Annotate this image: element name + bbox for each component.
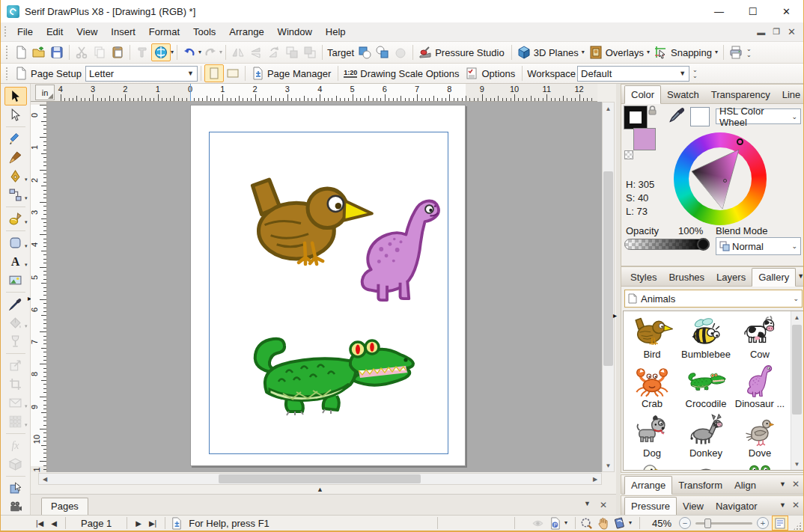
undo-button[interactable]	[180, 43, 198, 61]
pencil-tool[interactable]	[4, 129, 27, 148]
color-dropper-icon[interactable]	[669, 107, 684, 125]
menu-item-insert[interactable]: Insert	[104, 23, 142, 40]
zoom-tool-icon[interactable]	[580, 517, 593, 530]
gallery-category-select[interactable]: Animals⌄	[624, 290, 803, 308]
gallery-item-elephant[interactable]	[679, 461, 733, 471]
vertical-scrollbar[interactable]: ▲ ▼	[602, 102, 615, 472]
gallery-item-crab[interactable]: Crab	[625, 362, 679, 412]
options-button[interactable]: Options	[463, 64, 519, 82]
menu-item-tools[interactable]: Tools	[186, 23, 222, 40]
tab-view[interactable]: View	[677, 498, 710, 515]
previous-page-button[interactable]: ◀	[47, 519, 61, 528]
first-page-button[interactable]: |◀	[32, 519, 47, 528]
gallery-panel-menu-button[interactable]: ▼	[797, 272, 804, 280]
target-square-button[interactable]	[356, 43, 374, 61]
toolbar2-overflow-button[interactable]: ⌄⌄	[692, 67, 698, 79]
page-setup-button[interactable]: Page Setup	[12, 64, 85, 82]
zoom-out-button[interactable]: −	[679, 517, 691, 529]
resize-grip[interactable]	[793, 522, 802, 531]
h-ruler[interactable]: 43210123456789101112	[31, 84, 597, 102]
fill-brush-tool[interactable]: ▾	[4, 210, 27, 228]
opacity-slider[interactable]	[624, 239, 710, 250]
canvas-crocodile-drawing[interactable]	[240, 328, 419, 416]
hue-marker[interactable]	[737, 138, 743, 145]
gallery-scroll-down[interactable]: ▼	[791, 458, 803, 470]
pen-tool[interactable]: ▾	[4, 167, 27, 186]
rotate-view-dropdown[interactable]: ▾	[629, 520, 632, 526]
gallery-scroll-thumb[interactable]	[792, 325, 802, 415]
tab-transform[interactable]: Transform	[672, 477, 728, 494]
doc-close-button[interactable]: ✕	[788, 26, 796, 37]
toolbar-overflow-button[interactable]: ⌄⌄	[746, 46, 752, 58]
snapping-button[interactable]: Snapping▾	[652, 43, 720, 61]
paintbrush-tool[interactable]	[4, 148, 27, 167]
rotate-view-icon[interactable]	[613, 517, 626, 530]
no-fill-swatch[interactable]	[624, 150, 633, 159]
gallery-item-cow[interactable]: Cow	[733, 313, 787, 362]
scroll-right-arrow[interactable]: ▶	[589, 474, 601, 484]
rotate-canvas-dropdown[interactable]: ▾	[171, 49, 174, 55]
tab-arrange[interactable]: Arrange	[624, 476, 672, 495]
arrange-panel-close-button[interactable]: ✕	[792, 479, 800, 489]
tab-pages[interactable]: Pages	[41, 498, 88, 515]
vertical-scroll-thumb[interactable]	[603, 171, 613, 366]
text-tool[interactable]: A▾	[4, 252, 27, 271]
zoom-slider-knob[interactable]	[704, 519, 711, 528]
pages-menu-button[interactable]: ▼	[584, 500, 591, 510]
3d-planes-button[interactable]: 3D Planes▾	[515, 43, 587, 61]
tab-align[interactable]: Align	[728, 477, 762, 494]
fit-page-button[interactable]	[772, 516, 788, 531]
menu-item-format[interactable]: Format	[142, 23, 186, 40]
gallery-scrollbar[interactable]: ▲ ▼	[791, 311, 803, 470]
paste-button[interactable]	[109, 43, 127, 61]
menu-item-arrange[interactable]: Arrange	[222, 23, 270, 40]
close-button[interactable]: ✕	[770, 0, 803, 22]
menu-item-help[interactable]: Help	[319, 23, 353, 40]
tab-line[interactable]: Line	[776, 86, 804, 103]
horizontal-scroll-thumb[interactable]	[219, 474, 421, 483]
opacity-knob[interactable]	[697, 238, 710, 251]
arrange-panel-menu-button[interactable]: ▼	[779, 480, 786, 488]
preview-mode-dropdown[interactable]: ▾	[564, 520, 567, 526]
pressure-studio-button[interactable]: Pressure Studio	[416, 43, 508, 61]
connector-tool[interactable]: ▾	[4, 186, 27, 204]
doc-minimize-button[interactable]: ▬	[757, 28, 765, 37]
preview-mode-icon[interactable]: P	[549, 517, 561, 530]
tab-layers[interactable]: Layers	[710, 269, 752, 286]
insert-picture-tool[interactable]	[4, 271, 27, 290]
keyframe-camera-tool[interactable]	[4, 498, 27, 516]
gallery-item-dinosaur[interactable]: Dinosaur ...	[733, 362, 787, 412]
canvas-bird-drawing[interactable]	[237, 177, 374, 267]
drawing-scale-button[interactable]: 1:20Drawing Scale Options	[341, 64, 463, 82]
pan-hand-icon[interactable]	[597, 517, 609, 530]
pressure-panel-menu-button[interactable]: ▼	[779, 501, 786, 509]
menu-item-view[interactable]: View	[70, 23, 104, 40]
pages-splitter-handle[interactable]: ▲	[317, 486, 323, 493]
hsl-color-wheel[interactable]	[674, 132, 767, 225]
landscape-button[interactable]	[224, 64, 242, 82]
document-page[interactable]	[190, 105, 466, 466]
tab-navigator[interactable]: Navigator	[710, 498, 764, 515]
sl-marker[interactable]	[723, 179, 727, 183]
pressure-panel-close-button[interactable]: ✕	[792, 500, 800, 510]
tab-brushes[interactable]: Brushes	[663, 269, 710, 286]
print-button[interactable]	[727, 43, 745, 61]
saturation-triangle[interactable]	[686, 144, 755, 213]
panel-collapse-handle[interactable]: ▸	[613, 312, 617, 319]
tab-pressure[interactable]: Pressure	[624, 497, 677, 516]
zoom-in-button[interactable]: +	[757, 517, 769, 529]
save-button[interactable]	[48, 43, 66, 61]
scroll-left-arrow[interactable]: ◀	[39, 474, 51, 484]
current-color-swatch[interactable]	[690, 107, 710, 126]
zoom-slider[interactable]	[695, 522, 752, 525]
line-color-swatch[interactable]	[624, 106, 647, 129]
tab-transparency[interactable]: Transparency	[705, 86, 776, 103]
color-mode-select[interactable]: HSL Color Wheel⌄	[716, 108, 801, 124]
blend-tool[interactable]	[4, 479, 27, 498]
node-tool[interactable]	[4, 106, 27, 124]
color-picker-tool[interactable]	[4, 295, 27, 314]
pages-close-button[interactable]: ✕	[600, 500, 607, 510]
menu-item-window[interactable]: Window	[271, 23, 319, 40]
quick-shape-tool[interactable]: ▾	[4, 233, 27, 252]
tab-styles[interactable]: Styles	[624, 269, 663, 286]
